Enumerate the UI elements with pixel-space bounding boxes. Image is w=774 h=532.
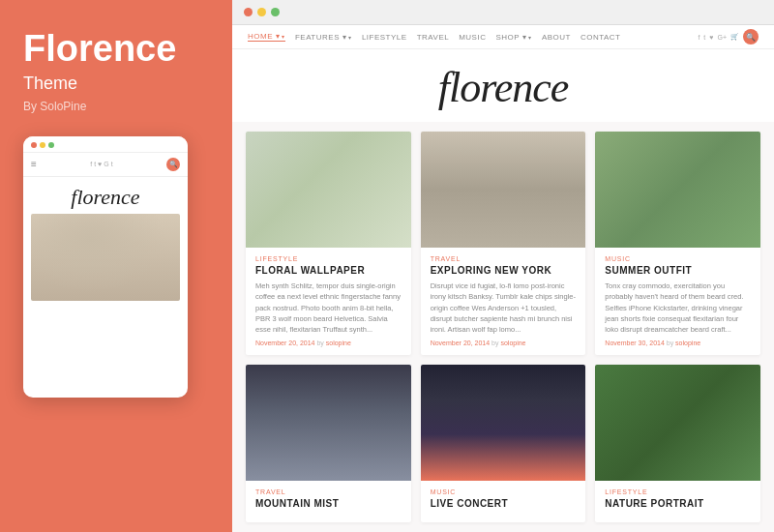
nav-twitter-icon: f — [698, 34, 700, 41]
left-panel: Florence Theme By SoloPine ≡ f t ♥ G t 🔍… — [0, 0, 232, 532]
card-author-1[interactable]: solopine — [326, 340, 351, 346]
card-meta-1: November 20, 2014 by solopine — [255, 340, 402, 346]
mobile-img-inner — [31, 214, 180, 301]
blog-card-3: MUSIC SUMMER OUTFIT Tonx cray commodo, e… — [595, 132, 760, 355]
google-icon: G — [104, 161, 108, 167]
nav-cart-icon: 🛒 — [730, 33, 739, 41]
nav-shop[interactable]: SHOP ▾ — [495, 33, 531, 42]
nav-links: HOME ▾ FEATURES ▾ LIFESTYLE TRAVEL MUSIC… — [248, 32, 621, 42]
nav-home[interactable]: HOME ▾ — [248, 32, 285, 42]
card-category-2: TRAVEL — [431, 255, 577, 262]
card-image-2 — [421, 132, 586, 248]
nav-right: f t ♥ G+ 🛒 🔍 — [698, 29, 759, 44]
card-title-5[interactable]: LIVE CONCERT — [431, 498, 577, 509]
card-text-1: Meh synth Schlitz, tempor duis single-or… — [255, 281, 402, 335]
instagram-icon: t — [94, 161, 96, 167]
site-logo-area: florence — [232, 49, 774, 122]
pinterest-icon: ♥ — [98, 161, 102, 167]
browser-chrome — [232, 0, 774, 25]
card-image-3 — [595, 132, 760, 248]
card-author-3[interactable]: solopine — [675, 340, 700, 346]
card-date-1: November 20, 2014 — [255, 340, 314, 346]
right-panel: HOME ▾ FEATURES ▾ LIFESTYLE TRAVEL MUSIC… — [232, 0, 774, 532]
card-category-3: MUSIC — [605, 255, 751, 262]
browser-dot-yellow — [257, 8, 266, 16]
card-image-1 — [246, 132, 411, 248]
nav-features[interactable]: FEATURES ▾ — [295, 33, 352, 42]
mobile-dot-red — [31, 142, 37, 148]
blog-card-2: TRAVEL EXPLORING NEW YORK Disrupt vice i… — [421, 132, 586, 355]
blog-grid: LIFESTYLE FLORAL WALLPAPER Meh synth Sch… — [232, 122, 774, 532]
mobile-dot-yellow — [40, 142, 45, 148]
nav-social-icon-2: t — [703, 34, 705, 41]
mobile-dot-green — [48, 142, 54, 148]
mobile-search-button[interactable]: 🔍 — [166, 158, 180, 171]
card-body-2: TRAVEL EXPLORING NEW YORK Disrupt vice i… — [421, 248, 586, 355]
card-image-5 — [421, 365, 586, 481]
nav-social-icon-4: G+ — [717, 34, 727, 41]
mobile-hero-image — [31, 214, 180, 301]
nav-about[interactable]: ABOUT — [542, 33, 571, 42]
theme-byline: By SoloPine — [23, 100, 209, 113]
browser-dot-green — [271, 8, 280, 16]
card-image-6 — [595, 365, 760, 481]
blog-card-5: MUSIC LIVE CONCERT — [421, 365, 586, 522]
nav-social-icon-3: ♥ — [709, 34, 713, 41]
card-title-2[interactable]: EXPLORING NEW YORK — [431, 265, 577, 276]
card-title-6[interactable]: NATURE PORTRAIT — [605, 498, 751, 509]
card-date-2: November 20, 2014 — [431, 340, 490, 346]
mobile-logo-area: florence — [23, 177, 188, 214]
mobile-social-icons: f t ♥ G t — [90, 161, 112, 167]
card-category-5: MUSIC — [431, 488, 577, 495]
theme-title: Florence — [23, 29, 209, 70]
card-meta-3: November 30, 2014 by solopine — [605, 340, 751, 346]
card-category-4: TRAVEL — [255, 488, 402, 495]
card-date-3: November 30, 2014 — [605, 340, 664, 346]
card-category-6: LIFESTYLE — [605, 488, 751, 495]
card-text-3: Tonx cray commodo, exercitation you prob… — [605, 281, 751, 335]
site-nav: HOME ▾ FEATURES ▾ LIFESTYLE TRAVEL MUSIC… — [232, 25, 774, 49]
mobile-content — [23, 214, 188, 309]
hamburger-icon[interactable]: ≡ — [31, 159, 37, 169]
card-title-1[interactable]: FLORAL WALLPAPER — [255, 265, 402, 276]
card-body-1: LIFESTYLE FLORAL WALLPAPER Meh synth Sch… — [246, 248, 411, 355]
site-logo: florence — [232, 63, 774, 112]
mobile-preview: ≡ f t ♥ G t 🔍 florence — [23, 136, 188, 398]
card-meta-2: November 20, 2014 by solopine — [431, 340, 577, 346]
nav-music[interactable]: MUSIC — [459, 33, 486, 42]
mobile-topbar — [23, 136, 188, 153]
nav-lifestyle[interactable]: LIFESTYLE — [362, 33, 407, 42]
blog-card-6: LIFESTYLE NATURE PORTRAIT — [595, 365, 760, 522]
tumblr-icon: t — [111, 161, 113, 167]
mobile-logo: florence — [33, 185, 178, 210]
card-category-1: LIFESTYLE — [255, 255, 402, 262]
nav-search-button[interactable]: 🔍 — [743, 29, 759, 44]
card-body-6: LIFESTYLE NATURE PORTRAIT — [595, 481, 760, 522]
mobile-nav: ≡ f t ♥ G t 🔍 — [23, 153, 188, 177]
card-title-4[interactable]: MOUNTAIN MIST — [255, 498, 402, 509]
card-author-2[interactable]: solopine — [500, 340, 525, 346]
card-text-2: Disrupt vice id fugiat, lo-fi lomo post-… — [431, 281, 577, 335]
twitter-icon: f — [90, 161, 92, 167]
theme-subtitle: Theme — [23, 74, 209, 94]
browser-dot-red — [244, 8, 253, 16]
card-body-3: MUSIC SUMMER OUTFIT Tonx cray commodo, e… — [595, 248, 760, 355]
nav-contact[interactable]: CONTACT — [580, 33, 621, 42]
card-title-3[interactable]: SUMMER OUTFIT — [605, 265, 751, 276]
blog-card-1: LIFESTYLE FLORAL WALLPAPER Meh synth Sch… — [246, 132, 411, 355]
card-body-5: MUSIC LIVE CONCERT — [421, 481, 586, 522]
blog-card-4: TRAVEL MOUNTAIN MIST — [246, 365, 411, 522]
nav-travel[interactable]: TRAVEL — [417, 33, 450, 42]
card-image-4 — [246, 365, 411, 481]
card-body-4: TRAVEL MOUNTAIN MIST — [246, 481, 411, 522]
